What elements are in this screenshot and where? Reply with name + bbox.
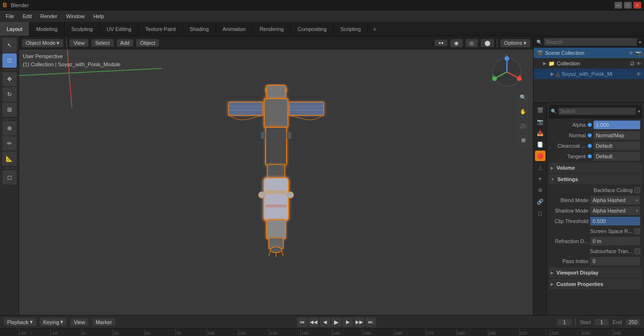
prop-scene-icon[interactable]: 🎬 bbox=[535, 105, 545, 115]
viewport-shading-button[interactable]: ◉ bbox=[450, 39, 463, 47]
shadow-mode-dropdown[interactable]: Alpha Hashed ▾ bbox=[590, 206, 640, 215]
blend-mode-dropdown[interactable]: Alpha Hashed ▾ bbox=[590, 196, 640, 204]
menu-edit[interactable]: Edit bbox=[19, 12, 36, 20]
tab-layout[interactable]: Layout bbox=[0, 22, 30, 36]
subsurface-tran-checkbox[interactable] bbox=[634, 248, 640, 254]
object-arrow: ▶ bbox=[551, 71, 554, 76]
minimize-button[interactable]: — bbox=[614, 2, 622, 9]
viewport-shading-render[interactable]: ⬤ bbox=[481, 39, 494, 47]
ruler-mark: 0 bbox=[81, 329, 113, 336]
tab-shading[interactable]: Shading bbox=[183, 22, 216, 36]
tab-compositing[interactable]: Compositing bbox=[291, 22, 334, 36]
menu-file[interactable]: File bbox=[2, 12, 18, 20]
step-forward-button[interactable]: ▶▶ bbox=[354, 317, 365, 327]
clearcoat-value[interactable]: Default bbox=[594, 142, 640, 150]
end-frame-field[interactable]: 250 bbox=[626, 319, 640, 326]
tab-rendering[interactable]: Rendering bbox=[253, 22, 291, 36]
prop-material-icon[interactable]: 🔴 bbox=[535, 151, 545, 161]
prop-physics-icon[interactable]: ⚙ bbox=[535, 185, 545, 195]
select-tool[interactable]: ⊡ bbox=[2, 53, 17, 68]
outliner-search-input[interactable] bbox=[544, 38, 637, 46]
add-menu-button[interactable]: Add bbox=[117, 39, 134, 47]
move-tool[interactable]: ✥ bbox=[2, 72, 17, 86]
pan-button[interactable]: ✋ bbox=[517, 105, 529, 118]
outliner-row-scene-collection[interactable]: 🎬 Scene Collection 👁 📷 bbox=[534, 48, 644, 58]
outliner-row-object[interactable]: ▶ △ Soyuz_with_Poisk_Mi 👁 bbox=[534, 69, 644, 79]
playback-button[interactable]: Playback ▾ bbox=[4, 318, 36, 326]
props-dropdown-icon[interactable]: ▾ bbox=[638, 109, 640, 114]
prop-output-icon[interactable]: 📤 bbox=[535, 128, 545, 138]
prop-particles-icon[interactable]: ✦ bbox=[535, 173, 545, 184]
menu-render[interactable]: Render bbox=[37, 12, 61, 20]
volume-section[interactable]: ▶ Volume bbox=[549, 163, 642, 173]
grid-toggle-button[interactable]: ⊞ bbox=[517, 134, 529, 146]
alpha-value[interactable]: 1.000 bbox=[594, 121, 640, 129]
tangent-value[interactable]: Default bbox=[594, 152, 640, 161]
refraction-d-value[interactable]: 0 m bbox=[590, 237, 640, 245]
custom-properties-section[interactable]: ▶ Custom Properties bbox=[549, 279, 642, 289]
object-menu-button[interactable]: Object bbox=[136, 39, 159, 47]
add-cube-tool[interactable]: ◻ bbox=[2, 170, 17, 184]
collection-icon: 📁 bbox=[548, 61, 555, 67]
close-button[interactable]: × bbox=[634, 2, 641, 9]
step-prev-button[interactable]: ◀ bbox=[320, 317, 330, 327]
tab-add-button[interactable]: + bbox=[368, 22, 381, 36]
measure-tool[interactable]: 📐 bbox=[2, 152, 17, 166]
pass-index-value[interactable]: 0 bbox=[590, 257, 640, 265]
play-button[interactable]: ▶ bbox=[331, 317, 342, 327]
shadow-mode-value: Alpha Hashed bbox=[593, 208, 625, 214]
annotate-tool[interactable]: ✏ bbox=[2, 136, 17, 151]
maximize-button[interactable]: □ bbox=[624, 2, 632, 9]
viewport-shading-material[interactable]: ◎ bbox=[466, 39, 478, 47]
jump-end-button[interactable]: ⏭ bbox=[366, 317, 376, 327]
backface-culling-checkbox[interactable] bbox=[634, 187, 640, 193]
options-button[interactable]: Options ▾ bbox=[500, 39, 530, 47]
select-menu-button[interactable]: Select bbox=[91, 39, 114, 47]
outliner-row-collection[interactable]: ▶ 📁 Collection ☑ 👁 bbox=[534, 58, 644, 69]
tab-texture-paint[interactable]: Texture Paint bbox=[139, 22, 183, 36]
settings-section[interactable]: ▼ Settings bbox=[549, 174, 642, 184]
viewport-overlays-button[interactable]: ●● bbox=[435, 40, 447, 46]
zoom-in-button[interactable]: 🔍 bbox=[517, 91, 529, 103]
outliner-filter-icon[interactable]: ▾ bbox=[639, 40, 641, 45]
viewport-display-section[interactable]: ▶ Viewport Display bbox=[549, 267, 642, 278]
prop-object-data-icon[interactable]: △ bbox=[535, 162, 545, 173]
tab-sculpting[interactable]: Sculpting bbox=[65, 22, 100, 36]
tab-scripting[interactable]: Scripting bbox=[334, 22, 368, 36]
tab-modeling[interactable]: Modeling bbox=[30, 22, 65, 36]
menu-window[interactable]: Window bbox=[62, 12, 89, 20]
prop-view-layer-icon[interactable]: 📑 bbox=[535, 139, 545, 150]
outliner-eye-object[interactable]: 👁 bbox=[636, 71, 641, 77]
transform-tool[interactable]: ⊕ bbox=[2, 121, 17, 135]
outliner-checkbox-collection[interactable]: ☑ bbox=[630, 61, 634, 66]
outliner-camera-scene[interactable]: 📷 bbox=[635, 51, 641, 56]
scale-tool[interactable]: ⊞ bbox=[2, 102, 17, 117]
viewport[interactable]: Object Mode ▾ View Select Add Object ●● … bbox=[19, 36, 533, 315]
jump-start-button[interactable]: ⏮ bbox=[297, 317, 307, 327]
step-next-button[interactable]: ▶ bbox=[343, 317, 353, 327]
view-button-timeline[interactable]: View bbox=[70, 318, 89, 326]
marker-button[interactable]: Marker bbox=[92, 318, 115, 326]
current-frame-field[interactable]: 1 bbox=[557, 319, 572, 326]
clip-threshold-value[interactable]: 0.500 bbox=[590, 217, 640, 225]
object-mode-button[interactable]: Object Mode ▾ bbox=[22, 39, 63, 47]
outliner-eye-collection[interactable]: 👁 bbox=[636, 61, 641, 66]
tab-uv-editing[interactable]: UV Editing bbox=[100, 22, 139, 36]
view-menu-button[interactable]: View bbox=[69, 39, 89, 47]
properties-search-input[interactable] bbox=[558, 108, 636, 115]
normal-value[interactable]: Normal/Map bbox=[594, 131, 640, 140]
prop-render-icon[interactable]: 📷 bbox=[535, 116, 545, 127]
prop-constraints-icon[interactable]: 🔗 bbox=[535, 196, 545, 207]
keying-button[interactable]: Keying ▾ bbox=[40, 318, 67, 326]
viewport-gizmo[interactable]: Z X Y bbox=[490, 55, 524, 89]
menu-help[interactable]: Help bbox=[89, 12, 108, 20]
prop-object-icon[interactable]: ◻ bbox=[535, 208, 545, 218]
tab-animation[interactable]: Animation bbox=[216, 22, 253, 36]
rotate-tool[interactable]: ↻ bbox=[2, 87, 17, 102]
step-back-button[interactable]: ◀◀ bbox=[308, 317, 319, 327]
start-frame-field[interactable]: 1 bbox=[594, 319, 609, 326]
screen-space-checkbox[interactable] bbox=[634, 228, 640, 234]
camera-button[interactable]: 🎥 bbox=[517, 120, 529, 132]
cursor-tool[interactable]: ↖ bbox=[2, 38, 17, 52]
outliner-eye-scene[interactable]: 👁 bbox=[629, 51, 634, 56]
